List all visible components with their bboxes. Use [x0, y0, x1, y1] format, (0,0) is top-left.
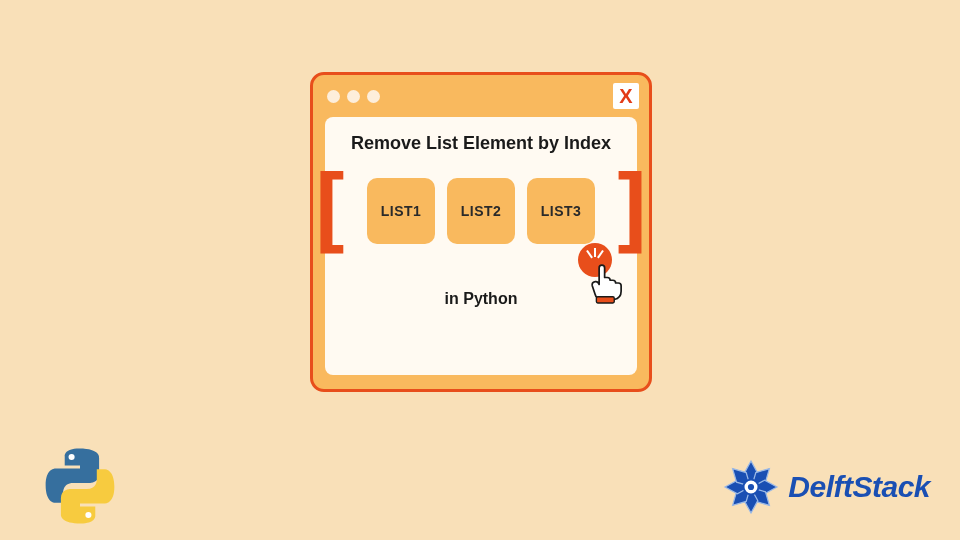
svg-point-4: [748, 484, 754, 490]
list-item: LIST1: [367, 178, 435, 244]
bracket-close: ]: [605, 176, 660, 246]
illustration-window: X Remove List Element by Index [ LIST1 L…: [310, 72, 652, 392]
list-illustration: [ LIST1 LIST2 LIST3 ]: [302, 176, 661, 246]
window-content: Remove List Element by Index [ LIST1 LIS…: [325, 117, 637, 375]
svg-point-2: [85, 512, 91, 518]
cursor-click-icon: [572, 245, 632, 305]
delftstack-emblem-icon: [720, 456, 782, 518]
window-dot: [367, 90, 380, 103]
svg-point-1: [69, 454, 75, 460]
brand-name: DelftStack: [788, 470, 930, 504]
python-logo-icon: [38, 444, 122, 528]
window-dot: [327, 90, 340, 103]
window-titlebar: X: [313, 75, 649, 117]
brand-logo: DelftStack: [720, 456, 930, 518]
close-button[interactable]: X: [613, 83, 639, 109]
subheading-text: in Python: [445, 290, 518, 308]
window-traffic-lights: [327, 90, 380, 103]
list-chips: LIST1 LIST2 LIST3: [367, 178, 595, 244]
list-item: LIST3: [527, 178, 595, 244]
bracket-open: [: [302, 176, 357, 246]
list-item: LIST2: [447, 178, 515, 244]
window-dot: [347, 90, 360, 103]
svg-rect-0: [596, 297, 614, 303]
close-icon: X: [619, 85, 632, 108]
heading-text: Remove List Element by Index: [351, 133, 611, 154]
pointer-hand-icon: [584, 259, 628, 307]
